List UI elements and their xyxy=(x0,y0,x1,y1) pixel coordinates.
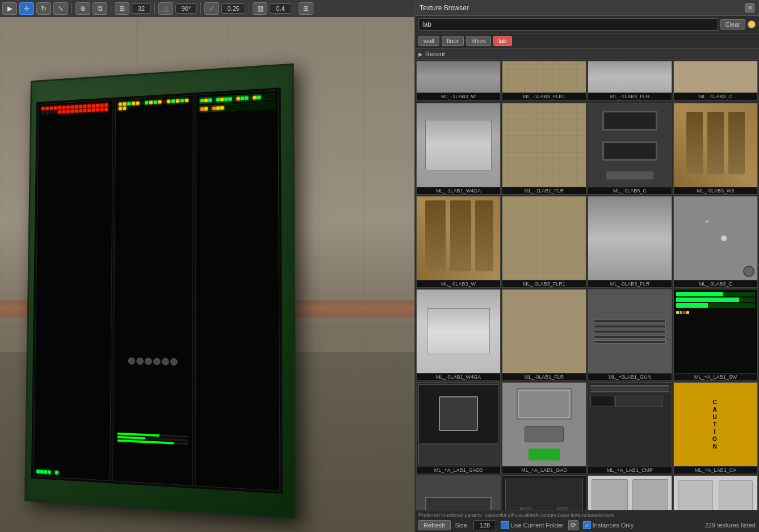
use-folder-label: Use Current Folder xyxy=(510,522,564,529)
panel-section-right xyxy=(195,90,279,491)
tb-titlebar: Texture Browser ✕ xyxy=(415,0,759,16)
tex-item-4[interactable]: ML_-0LAB3_W xyxy=(416,196,501,288)
tex-item-18[interactable]: ML_+ALAB1_W6 xyxy=(588,475,672,510)
tb-close-button[interactable]: ✕ xyxy=(745,3,754,12)
tag-floor[interactable]: floor xyxy=(442,36,464,46)
tb-statusbar: Preferred thumbnail params: basecolor,di… xyxy=(415,510,759,532)
separator-3 xyxy=(154,3,155,14)
panel-section-middle xyxy=(112,95,193,485)
tex-item-15[interactable]: C A U T I O N ML_+A_LAB1_CA xyxy=(673,382,758,474)
led-grid-middle xyxy=(118,98,190,110)
move-tool[interactable]: ✛ xyxy=(19,2,34,15)
tex-item-7[interactable]: ML_-0LAB3_C xyxy=(673,196,758,288)
use-folder-checkbox[interactable] xyxy=(501,521,509,529)
tex-item-17[interactable]: ML_+ALAB4_SWTC xyxy=(502,475,586,510)
panel-inner xyxy=(31,87,282,493)
tex-item-2[interactable]: ML_-0LAB5_C xyxy=(588,103,672,195)
tex-item-10[interactable]: ML_+0LAB1_GUN xyxy=(588,289,672,381)
tex-item-16[interactable]: ML_+A_LAB1_BRD xyxy=(416,475,501,510)
scale2-tool[interactable]: ▨ xyxy=(253,2,267,15)
scene-area[interactable] xyxy=(0,17,414,532)
led-grid-left xyxy=(41,103,110,115)
scale2-input[interactable] xyxy=(270,3,291,14)
rotate-tool[interactable]: ↻ xyxy=(36,2,51,15)
instances-label: Instances Only xyxy=(593,522,634,529)
color-picker-dot[interactable] xyxy=(748,20,756,28)
separator-4 xyxy=(200,3,201,14)
tex-label: ML_+A_LAB1_SW xyxy=(674,373,757,380)
tex-item-row1-0[interactable]: ML_-1LAB3_W xyxy=(416,61,501,100)
tex-item-13[interactable]: ML_+A_LAB1_GAD xyxy=(502,382,586,474)
size-input[interactable] xyxy=(473,520,496,530)
tex-label: ML_-1LAB1_W4GA xyxy=(417,187,500,194)
recent-arrow-icon: ▶ xyxy=(418,51,423,57)
tex-item-14[interactable]: ML_+A_LAB1_CMP xyxy=(588,382,672,474)
tex-item-9[interactable]: ML_-0LAB1_FLR xyxy=(502,289,586,381)
angle-input[interactable] xyxy=(175,3,197,14)
recent-label: Recent xyxy=(425,51,445,57)
tb-search-input[interactable] xyxy=(418,18,718,31)
tb-bottom-controls: Refresh Size: Use Current Folder ⟳ ✓ Ins… xyxy=(418,520,756,530)
transform-tool[interactable]: ⧉ xyxy=(93,2,107,15)
tb-grid-container[interactable]: ML_-1LAB1_W4GA ML_-1LAB1_FLR ML_-0LAB5_C xyxy=(415,102,759,510)
texture-browser-panel: Texture Browser ✕ Clear wall floor fifti… xyxy=(414,0,759,532)
instances-checkbox[interactable]: ✓ xyxy=(583,521,591,529)
tb-clear-button[interactable]: Clear xyxy=(720,19,745,30)
tex-label: ML_+A_LAB1_GAD xyxy=(502,466,586,474)
tb-title: Texture Browser xyxy=(420,4,745,12)
tex-label: ML_-1LAB3_C xyxy=(674,93,757,100)
tex-item-11[interactable]: ML_+A_LAB1_SW xyxy=(673,289,758,381)
tex-item-8[interactable]: ML_-0LAB1_W4GA xyxy=(416,289,501,381)
tb-grid: ML_-1LAB1_W4GA ML_-1LAB1_FLR ML_-0LAB5_C xyxy=(416,103,758,510)
control-panel-object xyxy=(24,63,296,520)
preferred-value: basecolor,diffuse,albedo,texture,base te… xyxy=(485,512,615,518)
tb-search-row: Clear xyxy=(415,16,759,33)
tag-fifties[interactable]: fifties xyxy=(466,36,491,46)
texture-count: 229 textures listed xyxy=(638,522,756,529)
tex-label: ML_-0LAB3_C xyxy=(674,280,757,287)
tex-item-6[interactable]: ML_-0LAB3_FLR xyxy=(588,196,672,288)
snap-input[interactable] xyxy=(221,3,245,14)
select-tool[interactable]: ▶ xyxy=(2,2,17,15)
toolbar: ▶ ✛ ↻ ⤡ ⊕ ⧉ ⊞ △ ⤢ ▨ ⊞ xyxy=(0,0,414,17)
refresh-button[interactable]: Refresh xyxy=(418,520,451,530)
tex-item-row1-2[interactable]: ML_-1LAB3_FLR xyxy=(588,61,672,100)
tex-label: ML_-0LAB3_W xyxy=(417,280,500,287)
3d-viewport[interactable]: ▶ ✛ ↻ ⤡ ⊕ ⧉ ⊞ △ ⤢ ▨ ⊞ xyxy=(0,0,414,532)
tex-label: ML_-0LAB1_FLR xyxy=(502,373,586,380)
tb-recent-header[interactable]: ▶ Recent xyxy=(415,49,759,60)
separator-1 xyxy=(72,3,72,14)
sphere-tool[interactable]: ⊕ xyxy=(76,2,90,15)
tag-wall[interactable]: wall xyxy=(418,36,439,46)
angle-tool[interactable]: △ xyxy=(158,2,173,15)
tb-preferred-params: Preferred thumbnail params: basecolor,di… xyxy=(418,512,756,518)
snap-tool[interactable]: ⤢ xyxy=(204,2,219,15)
tex-label: ML_-0LAB3_W6 xyxy=(674,187,757,194)
tex-item-0[interactable]: ML_-1LAB1_W4GA xyxy=(416,103,501,195)
tex-item-1[interactable]: ML_-1LAB1_FLR xyxy=(502,103,586,195)
separator-5 xyxy=(249,3,249,14)
scale-tool[interactable]: ⤡ xyxy=(53,2,68,15)
tag-lab[interactable]: lab xyxy=(493,36,512,46)
tb-row1: ML_-1LAB3_W ML_-1LAB3_FLR1 ML_-1LAB3_FLR… xyxy=(415,60,759,102)
panel-section-left xyxy=(33,100,112,481)
tex-label: ML_+A_LAB1_GAD3 xyxy=(417,466,500,474)
settings-btn[interactable]: ⊞ xyxy=(299,2,313,15)
tex-label: ML_+0LAB1_GUN xyxy=(588,373,672,380)
tex-label: ML_-0LAB1_W4GA xyxy=(417,373,500,380)
grid-toggle[interactable]: ⊞ xyxy=(115,2,129,15)
tex-label: ML_-1LAB3_W xyxy=(417,93,500,100)
instances-wrapper: ✓ Instances Only xyxy=(583,521,634,529)
size-label: Size: xyxy=(455,522,469,529)
tex-label: ML_-0LAB3_FLR1 xyxy=(502,280,586,287)
tex-item-19[interactable]: ML_+ALAB1_W xyxy=(673,475,758,510)
tex-item-12[interactable]: ML_+A_LAB1_GAD3 xyxy=(416,382,501,474)
grid-size-input[interactable] xyxy=(132,3,151,14)
tex-item-5[interactable]: ML_-0LAB3_FLR1 xyxy=(502,196,586,288)
tex-item-3[interactable]: ML_-0LAB3_W6 xyxy=(673,103,758,195)
refresh-icon-btn[interactable]: ⟳ xyxy=(568,520,578,530)
tex-item-row1-3[interactable]: ML_-1LAB3_C xyxy=(673,61,758,100)
tex-label: ML_-1LAB3_FLR1 xyxy=(502,93,586,100)
use-folder-wrapper: Use Current Folder xyxy=(501,521,564,529)
tex-item-row1-1[interactable]: ML_-1LAB3_FLR1 xyxy=(502,61,586,100)
